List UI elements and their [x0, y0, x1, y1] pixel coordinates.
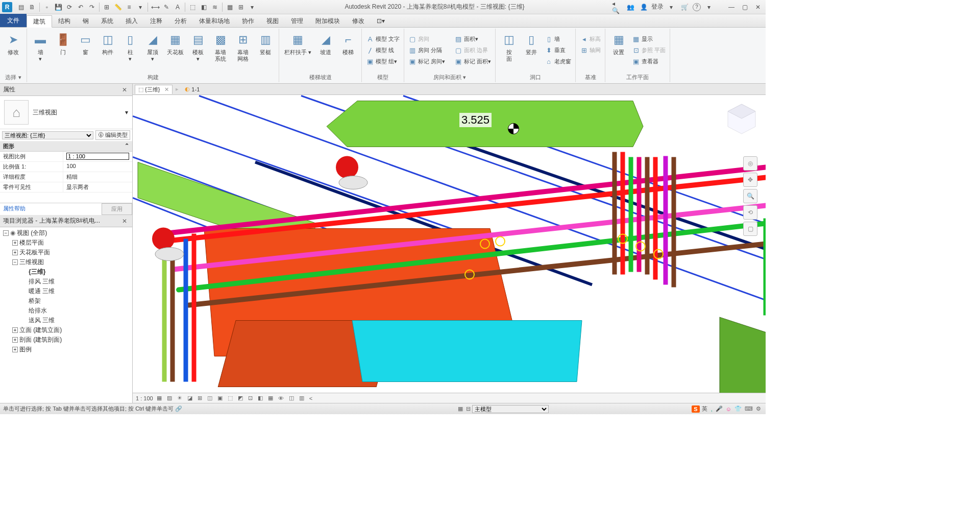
help-dropdown[interactable]: ▾ — [704, 2, 714, 12]
tree-node[interactable]: +天花板平面 — [0, 248, 132, 257]
vc-icon[interactable]: ◩ — [238, 395, 243, 401]
type-preview[interactable]: ⌂ 三维视图 ▾ — [0, 96, 132, 129]
orbit-icon[interactable]: ⟲ — [743, 205, 757, 220]
area-button[interactable]: ▨面积 ▾ — [452, 34, 493, 44]
steering-wheel-icon[interactable]: ◎ — [743, 156, 757, 171]
section-icon[interactable]: ◧ — [199, 2, 209, 12]
tree-node[interactable]: +图例 — [0, 345, 132, 354]
vc-icon[interactable]: ▦ — [268, 395, 273, 401]
tab-steel[interactable]: 钢 — [77, 15, 95, 27]
room-sep-button[interactable]: ▥房间 分隔 — [406, 45, 447, 55]
close-icon[interactable]: ✕ — [164, 86, 169, 93]
tab-struct[interactable]: 结构 — [52, 15, 77, 27]
model-text-button[interactable]: A模型 文字 — [364, 34, 402, 44]
expand-icon[interactable]: + — [12, 327, 18, 333]
login-dropdown[interactable]: ▾ — [666, 2, 676, 12]
prop-value[interactable]: 精细 — [63, 172, 132, 182]
prop-row[interactable]: 零件可见性显示两者 — [0, 182, 132, 193]
vert-button[interactable]: ⬍垂直 — [543, 45, 573, 55]
tab-view[interactable]: 视图 — [260, 15, 285, 27]
tab-arch[interactable]: 建筑 — [27, 15, 52, 28]
dim-icon[interactable]: ⟷ — [150, 2, 160, 12]
box-icon[interactable]: ▢ — [743, 222, 757, 236]
vc-icon[interactable]: ⬚ — [228, 395, 233, 401]
tree-node[interactable]: {三维} — [0, 267, 132, 277]
sogou-icon[interactable]: S — [692, 405, 699, 413]
reveal-icon[interactable]: 👁 — [278, 395, 284, 401]
crop-icon[interactable]: ◫ — [207, 395, 212, 401]
prop-row[interactable]: 视图比例 — [0, 152, 132, 162]
wall-open-button[interactable]: ▯墙 — [543, 34, 573, 44]
close-windows-icon[interactable]: ▦ — [225, 2, 235, 12]
new-icon[interactable]: ▫ — [42, 2, 52, 12]
close-icon[interactable]: ✕ — [120, 86, 129, 93]
vc-icon[interactable]: ▦ — [157, 395, 162, 401]
pan-icon[interactable]: ✥ — [743, 173, 757, 187]
tree-node[interactable]: 暖通 三维 — [0, 286, 132, 296]
room-tag-button[interactable]: ▣标记 房间 ▾ — [406, 56, 447, 66]
area-tag-button[interactable]: ▣标记 面积 ▾ — [452, 56, 493, 66]
view-tab-11[interactable]: ◐1-1 — [182, 85, 203, 93]
measure-icon[interactable]: 📏 — [113, 2, 123, 12]
dormer-button[interactable]: ⌂老虎窗 — [543, 56, 573, 66]
vc-icon[interactable]: ◫ — [289, 395, 294, 401]
set-button[interactable]: ▦设置 — [607, 31, 630, 57]
tree-node[interactable]: 桥架 — [0, 296, 132, 306]
tab-manage[interactable]: 管理 — [285, 15, 309, 27]
build-button[interactable]: ◫构件 — [96, 31, 119, 57]
vc-icon[interactable]: < — [309, 395, 312, 401]
tree-node[interactable]: +楼层平面 — [0, 238, 132, 248]
shadow-icon[interactable]: ◪ — [187, 395, 192, 401]
expand-icon[interactable]: − — [12, 259, 18, 265]
collapse-icon[interactable]: − — [3, 230, 9, 236]
build-button[interactable]: ▤楼板 ▾ — [187, 31, 209, 63]
build-button[interactable]: ▬墙 ▾ — [29, 31, 52, 63]
model-selector[interactable]: 主模型 — [472, 405, 549, 413]
tree-node[interactable]: +立面 (建筑立面) — [0, 325, 132, 335]
area-bound-button[interactable]: ▢面积 边界 — [452, 45, 493, 55]
tab-anno[interactable]: 注释 — [144, 15, 168, 27]
shaft-button[interactable]: ▯竖井 — [520, 31, 543, 57]
expand-icon[interactable]: + — [12, 337, 18, 343]
zoom-icon[interactable]: 🔍 — [743, 189, 757, 203]
instance-selector[interactable]: 三维视图: {三维} — [2, 131, 93, 139]
property-help-link[interactable]: 属性帮助 — [0, 203, 102, 215]
viewport-3d[interactable]: 3.525 ◎ ✥ 🔍 ⟲ ▢ — [133, 95, 766, 393]
exchange-icon[interactable]: 🛒 — [679, 2, 690, 12]
tab-addins[interactable]: 附加模块 — [309, 15, 346, 27]
workset-icon[interactable]: ▦ — [458, 405, 463, 412]
edit-type-button[interactable]: 🛈 编辑类型 — [95, 130, 130, 140]
ime-lang[interactable]: 英 — [702, 405, 707, 413]
qat-dropdown[interactable]: ▾ — [247, 2, 257, 12]
refplane-button[interactable]: ⊡参照 平面 — [630, 45, 668, 55]
emoji-icon[interactable]: ☺ — [726, 406, 731, 412]
view-tab-3d[interactable]: ⬚{三维}✕ — [135, 85, 173, 94]
build-button[interactable]: ▭窗 — [74, 31, 96, 57]
view-cube[interactable] — [724, 101, 760, 137]
save-icon[interactable]: 💾 — [53, 2, 63, 12]
redo-icon[interactable]: ↷ — [87, 2, 97, 12]
file-tab[interactable]: 文件 — [0, 14, 27, 27]
tree-node[interactable]: 送风 三维 — [0, 316, 132, 325]
vc-icon[interactable]: ◧ — [258, 395, 263, 401]
maximize-icon[interactable]: ▢ — [740, 2, 750, 12]
tree-root[interactable]: −◉视图 (全部) — [0, 228, 132, 238]
build-button[interactable]: 🚪门 — [52, 31, 74, 57]
text-icon[interactable]: A — [173, 2, 183, 12]
apply-button[interactable]: 应用 — [102, 203, 132, 215]
expand-icon[interactable]: + — [12, 240, 18, 246]
build-button[interactable]: ▩幕墙 系统 — [209, 31, 232, 63]
close-icon[interactable]: ✕ — [120, 218, 129, 225]
tag-icon[interactable]: ✎ — [161, 2, 172, 12]
undo-icon[interactable]: ↶ — [76, 2, 86, 12]
qat-btn[interactable]: ▾ — [135, 2, 145, 12]
byface-button[interactable]: ◫按 面 — [498, 31, 520, 63]
tree-node[interactable]: 排风 三维 — [0, 277, 132, 286]
thin-icon[interactable]: ≋ — [210, 2, 220, 12]
settings-icon[interactable]: ⚙ — [756, 405, 761, 412]
model-group-button[interactable]: ▣模型 组 ▾ — [364, 56, 402, 66]
circ-button[interactable]: ◢坡道 — [314, 31, 337, 57]
vc-icon[interactable]: ▥ — [299, 395, 304, 401]
tab-mass[interactable]: 体量和场地 — [193, 15, 236, 27]
build-button[interactable]: ◢屋顶 ▾ — [141, 31, 164, 63]
